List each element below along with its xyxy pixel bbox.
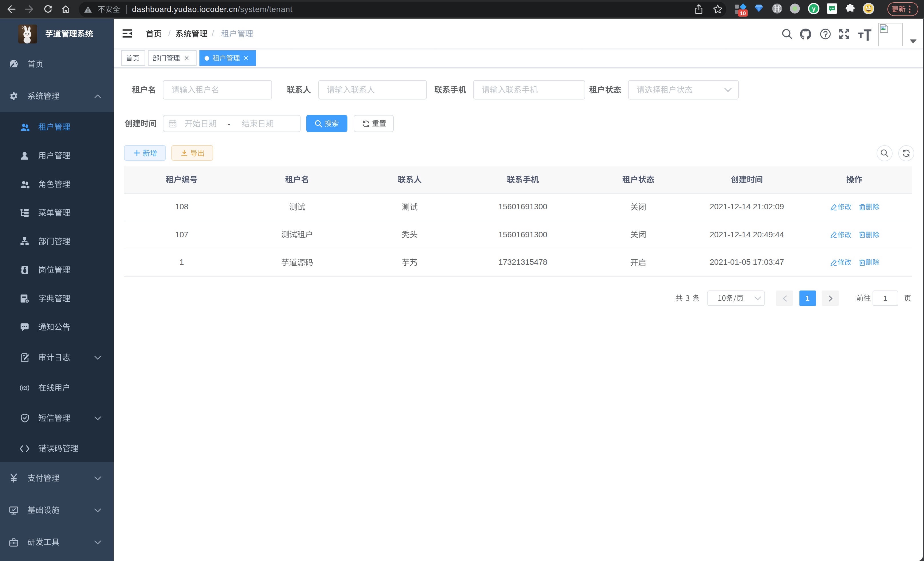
- svg-text:10: 10: [740, 10, 746, 16]
- svg-text:y: y: [812, 5, 815, 12]
